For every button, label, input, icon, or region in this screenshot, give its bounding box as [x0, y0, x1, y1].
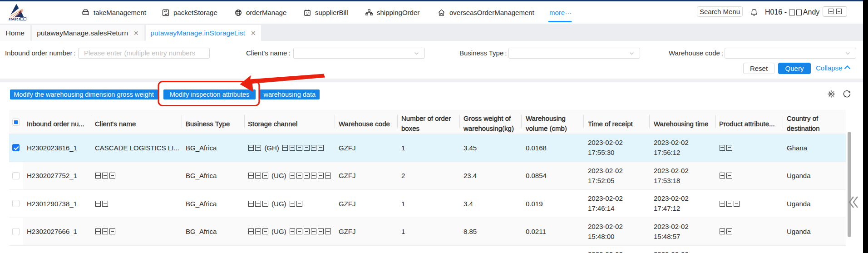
svg-text:HART: HART: [9, 16, 21, 21]
